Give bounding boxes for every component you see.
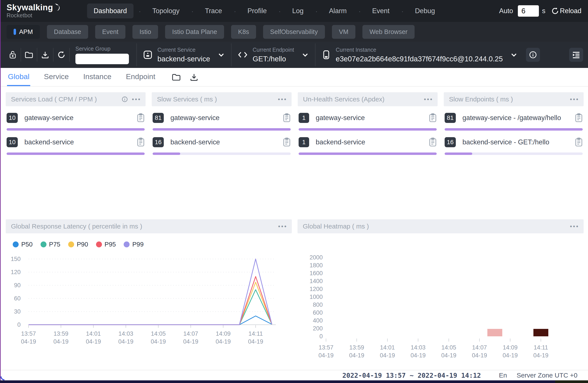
crescent-moon-icon xyxy=(54,3,60,12)
copy-clipboard-button[interactable] xyxy=(283,113,291,122)
metric-cards-row: Services Load ( CPM / PPM ) ••• 10 gatew… xyxy=(0,86,588,215)
current-instance-select[interactable]: Current Instance e3e07e2a2b664e8c91fda37… xyxy=(317,47,522,63)
card-menu-button[interactable]: ••• xyxy=(278,96,287,103)
category-istio-data-plane[interactable]: Istio Data Plane xyxy=(165,25,224,39)
svg-text:150: 150 xyxy=(11,256,21,262)
chevron-down-icon xyxy=(217,51,225,59)
category-istio[interactable]: Istio xyxy=(132,25,158,39)
copy-clipboard-button[interactable] xyxy=(575,138,583,147)
copy-clipboard-button[interactable] xyxy=(283,138,291,147)
svg-text:13:57: 13:57 xyxy=(21,330,36,337)
card-header: Slow Services ( ms ) ••• xyxy=(152,92,292,106)
legend-item[interactable]: P50 xyxy=(13,241,33,248)
tab-global[interactable]: Global xyxy=(7,72,30,86)
nav-item-dashboard[interactable]: Dashboard xyxy=(87,3,133,19)
info-icon[interactable] xyxy=(122,96,128,102)
download-icon xyxy=(190,73,198,81)
metric-name: backend-service xyxy=(170,138,220,146)
svg-text:1400: 1400 xyxy=(310,278,323,284)
nav-item-topology[interactable]: Topology xyxy=(146,3,186,19)
reload-button[interactable]: Reload xyxy=(551,7,581,15)
metric-name: backend-service - GET:/hello xyxy=(462,138,549,146)
service-group-label: Service Group xyxy=(75,46,129,52)
category-apm[interactable]: APM xyxy=(7,25,40,39)
current-service-select[interactable]: Current Service backend-service xyxy=(139,47,229,63)
service-group-input[interactable] xyxy=(75,54,129,64)
tab-service[interactable]: Service xyxy=(43,72,69,86)
current-endpoint-label: Current Endpoint xyxy=(252,47,294,53)
nav-item-debug[interactable]: Debug xyxy=(408,3,441,19)
legend-item[interactable]: P90 xyxy=(68,241,88,248)
card-menu-button[interactable]: ••• xyxy=(278,223,287,230)
metric-row[interactable]: 10 backend-service xyxy=(6,137,146,155)
card-header: Slow Endpoints ( ms ) ••• xyxy=(444,92,584,106)
metric-row[interactable]: 16 backend-service - GET:/hello xyxy=(444,137,584,155)
card-menu-button[interactable]: ••• xyxy=(570,96,579,103)
import-button[interactable] xyxy=(41,50,50,59)
metric-row[interactable]: 10 gateway-service xyxy=(6,113,146,131)
copy-clipboard-button[interactable] xyxy=(429,138,437,147)
nav-item-event[interactable]: Event xyxy=(365,3,396,19)
nav-item-trace[interactable]: Trace xyxy=(198,3,229,19)
nav-item-profile[interactable]: Profile xyxy=(241,3,273,19)
svg-text:90: 90 xyxy=(14,282,21,289)
svg-text:04-19: 04-19 xyxy=(503,352,518,359)
metric-row[interactable]: 16 backend-service xyxy=(152,137,292,155)
copy-clipboard-button[interactable] xyxy=(137,138,145,147)
card-menu-button[interactable]: ••• xyxy=(132,96,141,103)
language-toggle[interactable]: En xyxy=(499,372,507,379)
svg-text:0: 0 xyxy=(319,333,323,340)
copy-clipboard-button[interactable] xyxy=(575,113,583,122)
card-title: Global Response Latency ( percentile in … xyxy=(11,222,142,230)
svg-text:04-19: 04-19 xyxy=(53,338,68,345)
category-k8s[interactable]: K8s xyxy=(231,25,256,39)
category-selfobservability[interactable]: SelfObservability xyxy=(263,25,325,39)
legend-item[interactable]: P75 xyxy=(41,241,61,248)
info-button[interactable] xyxy=(526,48,540,62)
legend-item[interactable]: P95 xyxy=(96,241,116,248)
metric-name: backend-service xyxy=(316,138,365,146)
metric-value-badge: 1 xyxy=(299,137,309,147)
category-web-browser[interactable]: Web Browser xyxy=(362,25,415,39)
auto-interval-input[interactable] xyxy=(518,5,539,17)
export-button[interactable] xyxy=(190,73,198,81)
folder-button[interactable] xyxy=(172,73,181,81)
metric-row[interactable]: 81 gateway-service xyxy=(152,113,292,131)
metric-value-badge: 10 xyxy=(7,137,18,147)
metric-value-badge: 16 xyxy=(153,137,164,147)
lock-button[interactable] xyxy=(8,50,17,59)
category-database[interactable]: Database xyxy=(47,25,88,39)
divider xyxy=(136,43,137,66)
selector-toolbar: Service Group Current Service backend-se… xyxy=(0,42,588,68)
reload-icon xyxy=(551,7,559,15)
svg-text:04-19: 04-19 xyxy=(151,338,166,345)
chart-legend: P50 P75 P90 P95 P99 xyxy=(6,233,292,248)
time-range-picker[interactable]: 2022-04-19 13:57 ~ 2022-04-19 14:12 xyxy=(342,372,481,379)
card-menu-button[interactable]: ••• xyxy=(570,223,579,230)
metric-row[interactable]: 81 gateway-service - /gateway/hello xyxy=(444,113,584,131)
folder-icon xyxy=(25,51,33,59)
category-vm[interactable]: VM xyxy=(332,25,356,39)
copy-clipboard-button[interactable] xyxy=(429,113,437,122)
app-logo: Skywalking Rocketbot xyxy=(7,3,60,19)
legend-item[interactable]: P99 xyxy=(124,241,144,248)
svg-text:14:05: 14:05 xyxy=(151,330,166,337)
svg-text:04-19: 04-19 xyxy=(118,338,133,345)
category-event[interactable]: Event xyxy=(95,25,126,39)
metric-row[interactable]: 1 gateway-service xyxy=(298,113,438,131)
card-title: Slow Endpoints ( ms ) xyxy=(449,96,513,103)
current-endpoint-select[interactable]: Current Endpoint GET:/hello xyxy=(233,47,313,63)
nav-item-alarm[interactable]: Alarm xyxy=(322,3,353,19)
metric-value-badge: 10 xyxy=(7,113,18,123)
nav-item-log[interactable]: Log xyxy=(286,3,310,19)
tab-endpoint[interactable]: Endpoint xyxy=(125,72,156,86)
collapse-panel-button[interactable] xyxy=(569,48,583,62)
metric-bar xyxy=(299,153,437,155)
metric-row[interactable]: 1 backend-service xyxy=(298,137,438,155)
copy-clipboard-button[interactable] xyxy=(137,113,145,122)
refresh-button[interactable] xyxy=(57,50,66,59)
folder-button[interactable] xyxy=(24,50,33,59)
window-edge xyxy=(0,0,1,380)
tab-instance[interactable]: Instance xyxy=(83,72,112,86)
card-menu-button[interactable]: ••• xyxy=(424,96,433,103)
